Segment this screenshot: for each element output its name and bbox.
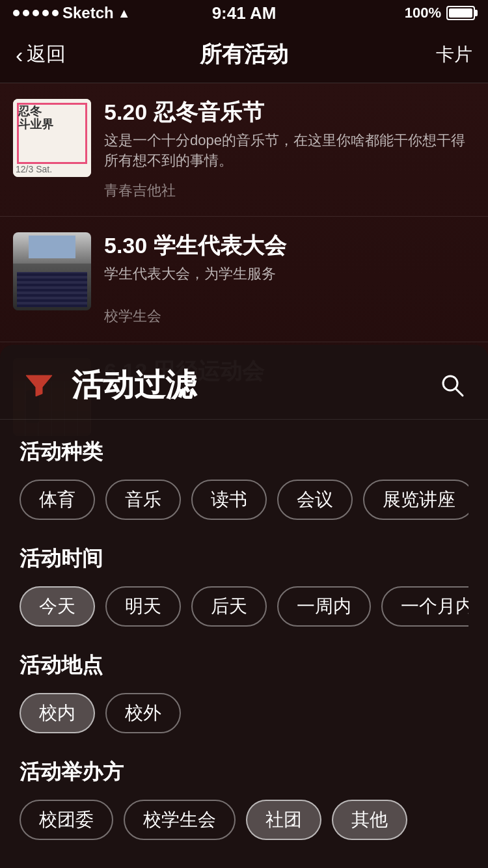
search-icon[interactable] (436, 369, 468, 401)
activity-item[interactable]: 5.30 学生代表大会 学生代表大会，为学生服务 校学生会 (0, 217, 488, 342)
filter-tag[interactable]: 校外 (105, 693, 181, 733)
filter-section-organizer: 活动举办方 校团委 校学生会 社团 其他 (0, 740, 488, 847)
status-right: 100% (405, 5, 475, 21)
wifi-icon: ▲ (118, 6, 131, 21)
filter-tags-location: 校内 校外 (20, 693, 468, 733)
activity-item[interactable]: 忍冬斗业界 12/3 Sat. 5.20 忍冬音乐节 这是一个十分dope的音乐… (0, 83, 488, 217)
back-label: 返回 (27, 41, 66, 68)
filter-section-title: 活动地点 (20, 651, 468, 680)
filter-panel: 活动过滤 活动种类 体育 音乐 读书 会议 展览讲座 活动时间 今天 明天 后天… (0, 345, 488, 868)
filter-tag-truncated[interactable]: 一个月内 (381, 586, 468, 627)
filter-section-title: 活动时间 (20, 545, 468, 573)
filter-tags-time: 今天 明天 后天 一周内 一个月内 (20, 586, 468, 627)
nav-bar: ‹ 返回 所有活动 卡片 (0, 26, 488, 83)
back-arrow-icon: ‹ (16, 44, 23, 66)
filter-header: 活动过滤 (0, 345, 488, 420)
battery-percent: 100% (405, 5, 441, 21)
activity-title: 5.30 学生代表大会 (104, 232, 475, 259)
filter-tag[interactable]: 读书 (191, 480, 267, 520)
filter-tags-type: 体育 音乐 读书 会议 展览讲座 (20, 480, 468, 520)
funnel-icon (20, 366, 59, 405)
filter-section-title: 活动种类 (20, 438, 468, 467)
filter-title: 活动过滤 (72, 364, 423, 406)
filter-tag[interactable]: 校内 (20, 693, 95, 733)
activity-desc: 学生代表大会，为学生服务 (104, 264, 475, 284)
signal-dot-4 (42, 10, 49, 16)
back-button[interactable]: ‹ 返回 (16, 41, 66, 68)
activity-thumbnail (13, 232, 91, 310)
signal-dot-5 (52, 10, 59, 16)
activity-org: 青春吉他社 (104, 181, 475, 200)
activity-thumbnail: 忍冬斗业界 12/3 Sat. (13, 99, 91, 177)
signal-dot-3 (33, 10, 39, 16)
status-time: 9:41 AM (212, 3, 277, 23)
thumb-poster-text: 忍冬斗业界 (18, 105, 53, 131)
signal-dots (13, 10, 59, 16)
filter-tags-organizer: 校团委 校学生会 社团 其他 (20, 800, 468, 840)
filter-tag[interactable]: 一周内 (277, 586, 371, 627)
filter-tag[interactable]: 会议 (277, 480, 353, 520)
carrier-label: Sketch (62, 4, 114, 22)
activity-title: 5.20 忍冬音乐节 (104, 99, 475, 126)
filter-tag[interactable]: 体育 (20, 480, 95, 520)
svg-line-1 (455, 388, 463, 396)
filter-tag[interactable]: 校团委 (20, 800, 113, 840)
activity-info: 5.20 忍冬音乐节 这是一个十分dope的音乐节，在这里你啥都能干你想干得所有… (104, 99, 475, 200)
status-left: Sketch ▲ (13, 4, 131, 22)
signal-dot-2 (23, 10, 29, 16)
filter-tag[interactable]: 明天 (105, 586, 181, 627)
view-toggle-button[interactable]: 卡片 (436, 42, 472, 67)
activity-desc: 这是一个十分dope的音乐节，在这里你啥都能干你想干得所有想不到的事情。 (104, 131, 475, 171)
status-bar: Sketch ▲ 9:41 AM 100% (0, 0, 488, 26)
filter-tag[interactable]: 校学生会 (124, 800, 236, 840)
page-title: 所有活动 (200, 40, 288, 70)
filter-tag[interactable]: 音乐 (105, 480, 181, 520)
filter-section-time: 活动时间 今天 明天 后天 一周内 一个月内 (0, 526, 488, 633)
filter-tag-truncated[interactable]: 展览讲座 (363, 480, 468, 520)
thumb-date: 12/3 Sat. (16, 164, 52, 174)
filter-tag[interactable]: 后天 (191, 586, 267, 627)
filter-tag[interactable]: 社团 (246, 800, 321, 840)
battery-icon (446, 6, 475, 20)
filter-tag[interactable]: 其他 (332, 800, 407, 840)
activity-info: 5.30 学生代表大会 学生代表大会，为学生服务 校学生会 (104, 232, 475, 326)
filter-tag[interactable]: 今天 (20, 586, 95, 627)
signal-dot-1 (13, 10, 20, 16)
filter-section-type: 活动种类 体育 音乐 读书 会议 展览讲座 (0, 420, 488, 526)
filter-section-title: 活动举办方 (20, 758, 468, 787)
activity-org: 校学生会 (104, 306, 475, 326)
filter-section-location: 活动地点 校内 校外 (0, 633, 488, 740)
